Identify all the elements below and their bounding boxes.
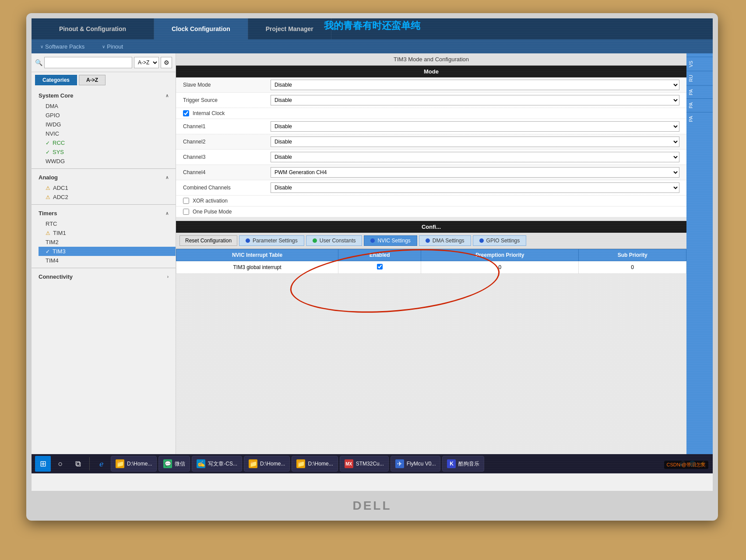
- nav-pinout[interactable]: ∨ Pinout: [102, 43, 123, 50]
- app-window: 我的青春有时还蛮单纯 Pinout & Configuration Clock …: [32, 18, 713, 473]
- center-panel: TIM3 Mode and Configuration Mode Slave M…: [176, 53, 686, 473]
- search-bar: 🔍 A->Z ⚙: [32, 53, 176, 72]
- sidebar-item-nvic[interactable]: NVIC: [39, 129, 176, 138]
- col-header-enabled: Enabled: [338, 249, 421, 261]
- checkbox-xor[interactable]: [183, 198, 189, 204]
- label-channel3: Channel3: [183, 154, 271, 160]
- select-trigger-source[interactable]: Disable: [271, 95, 679, 105]
- taskbar-app-home2[interactable]: 📁 D:\Home...: [244, 456, 290, 472]
- taskbar-app-home1[interactable]: 📁 D:\Home...: [111, 456, 157, 472]
- select-combined-channels[interactable]: Disable: [271, 182, 679, 193]
- reset-config-button[interactable]: Reset Configuration: [179, 235, 237, 246]
- warning-icon: ⚠: [46, 230, 50, 236]
- select-channel3[interactable]: Disable: [271, 152, 679, 162]
- mode-section: Mode Slave Mode Disable Trigger Source: [176, 66, 686, 217]
- checkmark-icon: ✓: [46, 248, 50, 255]
- tab-clock-config[interactable]: Clock Configuration: [154, 18, 248, 39]
- label-channel2: Channel2: [183, 139, 271, 145]
- sidebar-item-gpio[interactable]: GPIO: [39, 111, 176, 120]
- taskbar: ⊞ ○ ⧉ ℯ 📁 D:\Home... 💬 微信 ✍ 写文章-CS...: [32, 454, 713, 473]
- section-header-timers[interactable]: Timers ∧: [32, 207, 176, 219]
- select-channel2[interactable]: Disable: [271, 136, 679, 147]
- col-header-sub: Sub Priority: [579, 249, 686, 261]
- section-header-analog[interactable]: Analog ∧: [32, 172, 176, 183]
- search-dropdown[interactable]: A->Z: [134, 57, 159, 68]
- label-slave-mode: Slave Mode: [183, 82, 271, 88]
- nvic-table: NVIC Interrupt Table Enabled Preemption …: [176, 249, 686, 274]
- tab-pinout-config[interactable]: Pinout & Configuration: [32, 18, 154, 39]
- mode-header: Mode: [176, 66, 686, 77]
- tab-project-manager[interactable]: Project Manager: [248, 18, 331, 39]
- taskbar-app-music[interactable]: K 酷狗音乐: [442, 456, 484, 472]
- sidebar-item-wwdg[interactable]: WWDG: [39, 157, 176, 166]
- select-slave-mode[interactable]: Disable: [271, 80, 679, 90]
- cat-tab-az[interactable]: A->Z: [79, 75, 106, 85]
- tab-nvic-settings[interactable]: NVIC Settings: [364, 235, 417, 246]
- sidebar-item-tim2[interactable]: TIM2: [39, 238, 176, 247]
- taskbar-app-write[interactable]: ✍ 写文章-CS...: [192, 456, 242, 472]
- search-icon: 🔍: [35, 59, 42, 66]
- warning-icon: ⚠: [46, 194, 50, 200]
- select-channel1[interactable]: Disable: [271, 121, 679, 132]
- checkbox-enabled[interactable]: [377, 264, 383, 270]
- sidebar-item-dma[interactable]: DMA: [39, 102, 176, 111]
- sidebar-item-rtc[interactable]: RTC: [39, 219, 176, 228]
- col-header-interrupt: NVIC Interrupt Table: [176, 249, 338, 261]
- select-channel4[interactable]: PWM Generation CH4: [271, 167, 679, 178]
- sidebar-item-sys[interactable]: ✓ SYS: [39, 147, 176, 157]
- warning-icon: ⚠: [46, 185, 50, 191]
- config-row-trigger-source: Trigger Source Disable: [176, 93, 686, 108]
- monitor-brand: DELL: [352, 499, 391, 513]
- tab-user-constants[interactable]: User Constants: [306, 235, 362, 246]
- label-one-pulse: One Pulse Mode: [193, 209, 232, 215]
- checkbox-internal-clock[interactable]: [183, 110, 189, 116]
- taskbar-cortana[interactable]: ○: [53, 456, 68, 472]
- taskbar-app-flymcu[interactable]: ✈ FlyMcu V0...: [391, 456, 441, 472]
- sidebar-item-adc2[interactable]: ⚠ ADC2: [39, 192, 176, 202]
- taskbar-app-stm32[interactable]: MX STM32Cu...: [340, 456, 389, 472]
- sidebar-item-tim3[interactable]: ✓ TIM3: [39, 247, 176, 256]
- sidebar-item-iwdg[interactable]: IWDG: [39, 120, 176, 129]
- label-channel4: Channel4: [183, 169, 271, 175]
- panel-title: TIM3 Mode and Configuration: [176, 53, 686, 66]
- label-xor: XOR activation: [193, 198, 228, 204]
- checkbox-one-pulse[interactable]: [183, 209, 189, 215]
- taskbar-separator: [89, 457, 90, 470]
- chevron-down-icon: ∧: [165, 175, 169, 180]
- configuration-section: Confi... Reset Configuration Parameter S…: [176, 221, 686, 274]
- sidebar-item-adc1[interactable]: ⚠ ADC1: [39, 183, 176, 192]
- taskbar-app-home3[interactable]: 📁 D:\Home...: [292, 456, 338, 472]
- right-panel: VS RU PA PA PA ⊕: [686, 53, 713, 473]
- chevron-down-icon: ∧: [165, 93, 169, 98]
- tab-dot-icon: [479, 238, 484, 243]
- watermark-text: 我的青春有时还蛮单纯: [320, 18, 424, 33]
- sidebar-item-tim4[interactable]: TIM4: [39, 256, 176, 265]
- nav-software-packs[interactable]: ∨ Software Packs: [40, 43, 84, 50]
- cat-tab-categories[interactable]: Categories: [35, 75, 77, 85]
- taskbar-ie[interactable]: ℯ: [93, 456, 109, 472]
- section-header-connectivity[interactable]: Connectivity ›: [32, 271, 176, 283]
- sidebar-item-rcc[interactable]: ✓ RCC: [39, 138, 176, 147]
- section-header-system-core[interactable]: System Core ∧: [32, 90, 176, 102]
- tab-parameter-settings[interactable]: Parameter Settings: [239, 235, 304, 246]
- flymcu-icon: ✈: [395, 459, 404, 468]
- tab-dot-icon: [426, 238, 430, 243]
- config-row-slave-mode: Slave Mode Disable: [176, 77, 686, 93]
- monitor-bezel: 我的青春有时还蛮单纯 Pinout & Configuration Clock …: [26, 13, 718, 521]
- start-button[interactable]: ⊞: [35, 456, 51, 472]
- tab-gpio-settings[interactable]: GPIO Settings: [473, 235, 527, 246]
- search-input[interactable]: [44, 57, 132, 68]
- sidebar-item-tim1[interactable]: ⚠ TIM1: [39, 228, 176, 238]
- checkmark-icon: ✓: [46, 149, 50, 155]
- taskbar-app-wechat[interactable]: 💬 微信: [158, 456, 190, 472]
- cell-preemption: 0: [421, 261, 579, 274]
- taskbar-task-view[interactable]: ⧉: [70, 456, 86, 472]
- tab-dma-settings[interactable]: DMA Settings: [419, 235, 471, 246]
- cell-enabled[interactable]: [338, 261, 421, 274]
- config-row-channel3: Channel3 Disable: [176, 150, 686, 165]
- col-header-preemption: Preemption Priority: [421, 249, 579, 261]
- chevron-down-icon: ∧: [165, 211, 169, 216]
- checkbox-row-one-pulse: One Pulse Mode: [176, 206, 686, 217]
- settings-icon-btn[interactable]: ⚙: [161, 57, 172, 68]
- stm32-icon: MX: [345, 459, 353, 468]
